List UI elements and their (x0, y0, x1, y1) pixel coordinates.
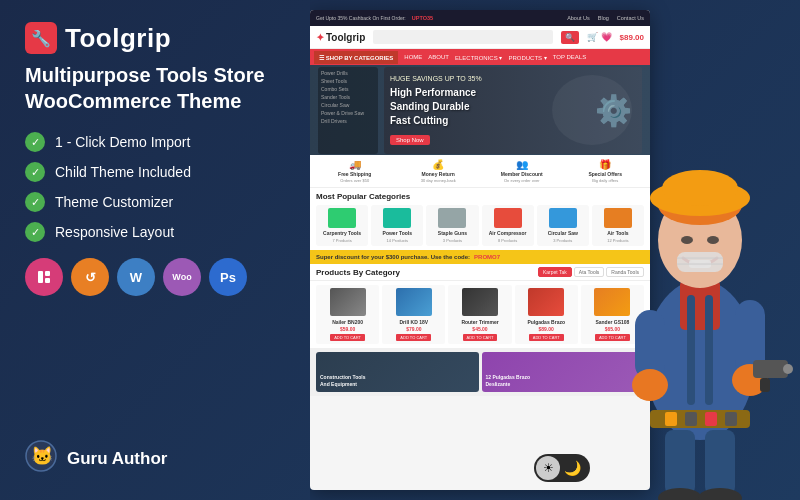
svg-point-12 (662, 170, 738, 206)
svg-text:🐱: 🐱 (31, 445, 54, 467)
product-img-3 (462, 288, 498, 316)
add-btn-1[interactable]: ADD TO CART (330, 334, 365, 341)
svg-rect-3 (45, 271, 50, 276)
sun-icon: ☀ (536, 456, 560, 480)
badge-ps: Ps (209, 258, 247, 296)
hero-shop-btn[interactable]: Shop Now (390, 135, 430, 145)
left-panel: 🔧 Toolgrip Multipurpose Tools Store WooC… (0, 0, 310, 500)
cat-circular[interactable]: Circular Saw 3 Products (537, 205, 589, 246)
svg-rect-20 (753, 360, 788, 378)
svg-rect-29 (705, 430, 735, 495)
cat-power[interactable]: Power Tools 14 Products (371, 205, 423, 246)
theme-title: Multipurpose Tools Store WooCommerce The… (25, 62, 285, 114)
svg-rect-27 (725, 412, 737, 426)
author-row: 🐱 Guru Author (25, 440, 285, 478)
products-section-title: Products By Category (316, 268, 536, 277)
nav-products[interactable]: PRODUCTS ▾ (508, 54, 546, 61)
nav-about[interactable]: ABOUT (428, 54, 449, 60)
nav-topdeals[interactable]: TOP DEALS (553, 54, 586, 60)
cat-img-circular (549, 208, 577, 228)
hero-main: HUGE SAVINGS UP TO 35% High PerformanceS… (384, 67, 642, 154)
feature-2: ✓ Child Theme Included (25, 162, 285, 182)
badge-wordpress: W (117, 258, 155, 296)
svg-point-31 (698, 488, 742, 500)
features-list: ✓ 1 - Click Demo Import ✓ Child Theme In… (25, 132, 285, 242)
product-img-2 (396, 288, 432, 316)
check-icon-1: ✓ (25, 132, 45, 152)
svg-rect-28 (665, 430, 695, 495)
add-btn-3[interactable]: ADD TO CART (463, 334, 498, 341)
cat-img-power (383, 208, 411, 228)
feature-discount: 👥 Member Discount On every order over (481, 159, 563, 183)
svg-rect-24 (665, 412, 677, 426)
author-name: Guru Author (67, 449, 167, 469)
product-2: Drill KD 18V $79.00 ADD TO CART (382, 285, 445, 344)
nav-categories[interactable]: ☰ SHOP BY CATEGORIES (314, 51, 398, 64)
worker-svg (605, 40, 795, 500)
svg-rect-2 (38, 271, 43, 283)
preview-logo: ✦ Toolgrip (316, 32, 365, 43)
check-icon-3: ✓ (25, 192, 45, 212)
nav-electronics[interactable]: ELECTRONICS ▾ (455, 54, 502, 61)
announcement-bar: Get Upto 35% Cashback On First Order: UP… (310, 10, 650, 26)
theme-preview: Get Upto 35% Cashback On First Order: UP… (310, 10, 650, 490)
badge-refresh: ↺ (71, 258, 109, 296)
svg-rect-33 (705, 295, 713, 405)
tab-karpet[interactable]: Karpet Tak (538, 267, 572, 277)
check-icon-2: ✓ (25, 162, 45, 182)
product-1: Nailer BN200 $59.00 ADD TO CART (316, 285, 379, 344)
cat-staple[interactable]: Staple Guns 3 Products (426, 205, 478, 246)
svg-point-13 (681, 236, 693, 244)
feature-shipping: 🚚 Free Shipping Orders over $50 (314, 159, 396, 183)
promo-banner: Super discount for your $300 purchase. U… (310, 250, 650, 264)
nav-home[interactable]: HOME (404, 54, 422, 60)
popular-categories-title: Most Popular Categories (310, 188, 650, 203)
add-btn-2[interactable]: ADD TO CART (396, 334, 431, 341)
svg-rect-34 (677, 252, 723, 272)
worker-character (605, 40, 795, 500)
preview-features: 🚚 Free Shipping Orders over $50 💰 Money … (310, 155, 650, 188)
preview-nav: ☰ SHOP BY CATEGORIES HOME ABOUT ELECTRON… (310, 49, 650, 65)
cat-img-carpentry (328, 208, 356, 228)
preview-search-bar (373, 30, 553, 44)
products-grid: Nailer BN200 $59.00 ADD TO CART Drill KD… (310, 281, 650, 348)
tech-badges: ↺ W Woo Ps (25, 258, 285, 296)
product-img-1 (330, 288, 366, 316)
svg-point-22 (783, 364, 793, 374)
svg-rect-25 (685, 412, 697, 426)
svg-point-30 (658, 488, 702, 500)
badge-elementor (25, 258, 63, 296)
svg-rect-4 (45, 278, 50, 283)
hero-sidebar: Power Drills Sheet Tools Combo Sets Sand… (318, 67, 378, 154)
svg-point-17 (632, 369, 668, 401)
guru-icon: 🐱 (25, 440, 57, 478)
badge-woo: Woo (163, 258, 201, 296)
product-3: Router Trimmer $45.00 ADD TO CART (448, 285, 511, 344)
cat-carpentry[interactable]: Carpentry Tools 7 Products (316, 205, 368, 246)
preview-header: ✦ Toolgrip 🔍 🛒 💗 $89.00 (310, 26, 650, 49)
tab-ata[interactable]: Ata Tools (574, 267, 604, 277)
hero-text: HUGE SAVINGS UP TO 35% High PerformanceS… (390, 75, 636, 146)
search-btn[interactable]: 🔍 (561, 31, 579, 44)
svg-point-14 (707, 236, 719, 244)
svg-rect-21 (760, 378, 770, 392)
toolgrip-icon: 🔧 (25, 22, 57, 54)
main-container: 🔧 Toolgrip Multipurpose Tools Store WooC… (0, 0, 800, 500)
popular-categories: Carpentry Tools 7 Products Power Tools 1… (310, 203, 650, 250)
feature-return: 💰 Money Return 30 day money-back (398, 159, 480, 183)
product-img-4 (528, 288, 564, 316)
return-icon: 💰 (432, 159, 444, 170)
feature-3: ✓ Theme Customizer (25, 192, 285, 212)
dark-mode-toggle[interactable]: ☀ 🌙 (534, 454, 590, 482)
preview-hero: Power Drills Sheet Tools Combo Sets Sand… (310, 65, 650, 155)
svg-rect-32 (687, 295, 695, 405)
add-btn-4[interactable]: ADD TO CART (529, 334, 564, 341)
svg-text:🔧: 🔧 (31, 29, 51, 48)
brand-logo: 🔧 Toolgrip (25, 22, 285, 54)
cat-img-air (494, 208, 522, 228)
feature-1: ✓ 1 - Click Demo Import (25, 132, 285, 152)
cat-air[interactable]: Air Compressor 8 Products (482, 205, 534, 246)
discount-icon: 👥 (516, 159, 528, 170)
products-header: Products By Category Karpet Tak Ata Tool… (310, 264, 650, 281)
right-panel: Get Upto 35% Cashback On First Order: UP… (310, 0, 800, 500)
